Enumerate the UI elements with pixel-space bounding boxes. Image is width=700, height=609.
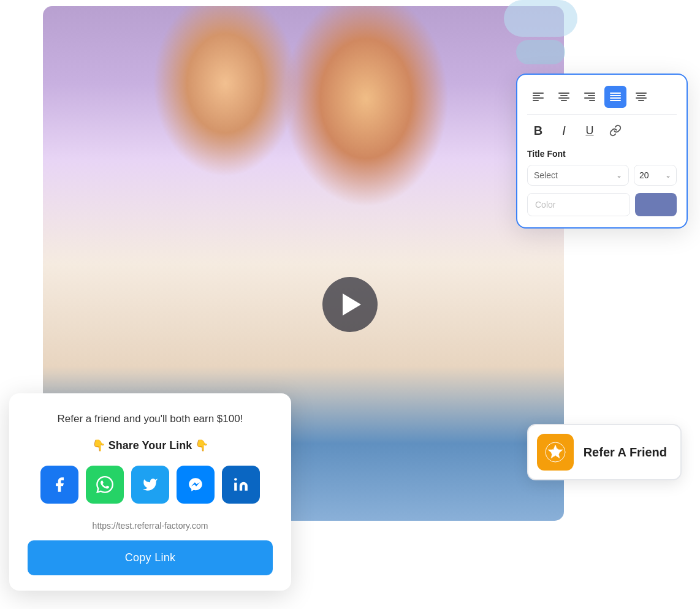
underline-button[interactable]: U [579,119,601,142]
cloud-shape-small [516,40,565,64]
font-select-dropdown[interactable]: Select ⌄ [527,165,629,186]
linkedin-share-button[interactable] [222,466,260,504]
svg-rect-19 [638,100,644,101]
facebook-share-button[interactable] [40,466,78,504]
refer-friend-button[interactable]: Refer A Friend [527,424,682,480]
font-controls-row: Select ⌄ 20 ⌄ [527,165,677,186]
align-right-button[interactable] [579,86,601,108]
messenger-share-button[interactable] [177,466,215,504]
color-swatch[interactable] [635,193,677,216]
refer-friend-label: Refer A Friend [584,445,667,460]
svg-rect-13 [610,95,621,96]
referral-tagline: Refer a friend and you'll both earn $100… [28,412,273,426]
svg-rect-18 [636,97,647,99]
svg-rect-10 [584,97,595,99]
whatsapp-share-button[interactable] [86,466,124,504]
alignment-toolbar [527,86,677,108]
editor-panel: B I U Title Font Select ⌄ 20 ⌄ Color [516,74,688,229]
italic-button[interactable]: I [553,119,575,142]
svg-rect-17 [637,95,645,96]
video-play-button[interactable] [322,277,378,332]
toolbar-divider [527,114,677,115]
svg-rect-11 [589,100,595,101]
color-label: Color [527,193,630,216]
svg-rect-12 [610,93,621,94]
align-center-button[interactable] [553,86,575,108]
format-toolbar: B I U [527,119,677,142]
svg-rect-3 [533,100,539,101]
font-size-dropdown[interactable]: 20 ⌄ [634,165,677,186]
svg-point-20 [234,478,237,480]
font-select-placeholder: Select [534,170,558,180]
color-row: Color [527,193,677,216]
svg-rect-4 [558,93,569,94]
svg-rect-6 [558,97,569,99]
svg-rect-5 [560,95,568,96]
svg-rect-7 [561,100,567,101]
font-section-label: Title Font [527,149,677,159]
svg-rect-14 [610,97,621,99]
svg-rect-15 [610,100,621,101]
bold-button[interactable]: B [527,119,549,142]
play-icon [343,293,361,316]
twitter-share-button[interactable] [131,466,169,504]
link-button[interactable] [604,119,626,142]
svg-rect-2 [533,97,544,99]
cloud-decoration [504,0,577,64]
copy-link-button[interactable]: Copy Link [28,540,273,575]
social-icons-row [28,466,273,504]
align-justify-button[interactable] [604,86,626,108]
share-heading: 👇 Share Your Link 👇 [28,439,273,452]
align-distributed-button[interactable] [630,86,652,108]
svg-rect-1 [533,95,540,96]
font-size-chevron: ⌄ [665,171,671,180]
svg-rect-16 [636,93,647,94]
font-select-chevron: ⌄ [616,171,622,180]
referral-card: Refer a friend and you'll both earn $100… [9,393,291,591]
svg-rect-9 [588,95,595,96]
svg-rect-0 [533,93,544,94]
refer-friend-icon-box [537,434,574,471]
align-left-button[interactable] [527,86,549,108]
svg-rect-8 [584,93,595,94]
font-size-value: 20 [639,170,649,180]
referral-url: https://test.referral-factory.com [28,521,273,531]
cloud-shape-large [504,0,577,37]
